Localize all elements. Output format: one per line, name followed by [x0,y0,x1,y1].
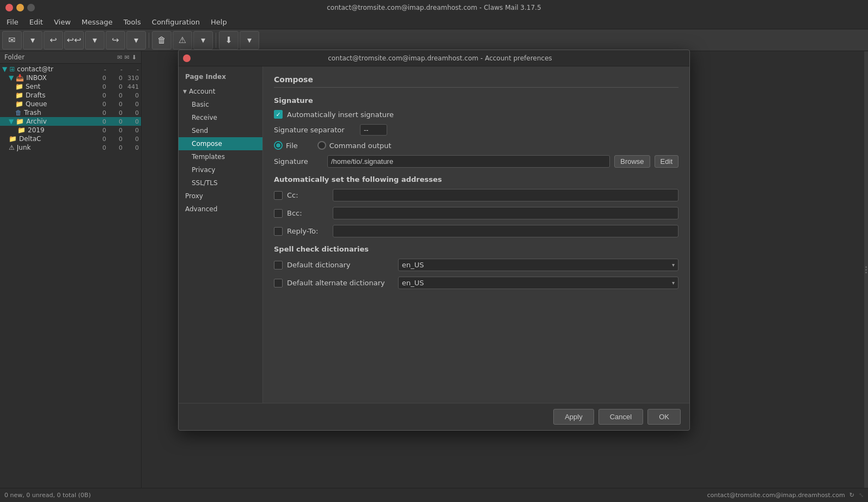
bcc-checkbox[interactable]: Bcc: [274,209,328,218]
file-radio[interactable]: File [274,141,298,150]
folder-row[interactable]: 🗑 Trash 0 0 0 [0,108,141,117]
new-mail-btn[interactable]: ✉ [2,31,22,50]
ok-button[interactable]: OK [647,409,681,425]
default-dict-checkbox-box[interactable] [274,261,283,270]
nav-item-basic[interactable]: Basic [179,98,262,111]
folder-count: 0 [90,109,106,117]
nav-item-receive[interactable]: Receive [179,111,262,124]
folder-icon: 📁 [15,91,23,99]
folder-icon-2[interactable]: ✉ [125,54,130,61]
nav-label-compose: Compose [192,140,222,148]
get-mail-btn[interactable]: ⬇ [219,31,239,50]
folder-icon: 📁 [9,135,17,143]
browse-button[interactable]: Browse [614,155,650,168]
alternate-dict-checkbox-box[interactable] [274,279,283,287]
alternate-dict-dropdown[interactable]: en_US ▾ [398,277,678,289]
separator-input[interactable] [360,124,387,136]
folder-row[interactable]: 📁 2019 0 0 0 [0,126,141,134]
separator-label: Signature separator [274,126,356,134]
replyto-checkbox-box[interactable] [274,227,283,236]
nav-item-templates[interactable]: Templates [179,150,262,163]
folder-row[interactable]: 📁 Drafts 0 0 0 [0,91,141,100]
forward-dropdown[interactable]: ▾ [126,31,146,50]
folder-icon-3[interactable]: ⬇ [132,54,137,61]
bcc-input[interactable] [333,207,678,219]
bcc-checkbox-box[interactable] [274,209,283,218]
cc-checkbox[interactable]: Cc: [274,191,328,200]
resize-handle[interactable] [864,51,868,488]
file-radio-btn[interactable] [274,141,283,150]
menu-message[interactable]: Message [77,17,117,27]
folder-row[interactable]: ▼ 📁 Archiv 0 0 0 [0,117,141,126]
reply-all-btn[interactable]: ↩↩ [64,31,84,50]
maximize-btn[interactable] [27,4,35,11]
nav-item-ssltls[interactable]: SSL/TLS [179,176,262,189]
nav-item-compose[interactable]: Compose [179,137,262,150]
folder-count-total: - [123,66,139,73]
cc-input[interactable] [333,189,678,201]
folder-expand-icon: ▼ [2,65,7,73]
replyto-label: Reply-To: [287,227,318,235]
modal-title: contact@tromsite.com@imap.dreamhost.com … [195,54,685,62]
replyto-checkbox[interactable]: Reply-To: [274,227,328,236]
apply-button[interactable]: Apply [553,409,594,425]
junk-btn[interactable]: ⚠ [173,31,192,50]
folder-icon: 📁 [15,100,23,108]
nav-item-advanced[interactable]: Advanced [179,203,262,216]
replyto-input[interactable] [333,225,678,237]
modal-close-button[interactable] [183,54,191,62]
close-btn[interactable] [5,4,13,11]
auto-insert-checkbox-box[interactable] [274,110,283,119]
minimize-btn[interactable] [16,4,24,11]
window-controls[interactable] [5,4,35,11]
default-dict-checkbox[interactable]: Default dictionary [274,261,394,270]
command-radio-btn[interactable] [317,141,326,150]
folder-tree: ▼ ⊞ contact@tr - - - ▼ 📥 INBOX 0 0 310 📁… [0,64,141,488]
forward-btn[interactable]: ↪ [106,31,125,50]
folder-icon: 📁 [17,126,26,134]
folder-count: 0 [90,136,106,143]
alternate-dict-checkbox[interactable]: Default alternate dictionary [274,279,394,287]
menu-view[interactable]: View [50,17,75,27]
reply-dropdown[interactable]: ▾ [85,31,105,50]
edit-button[interactable]: Edit [655,155,678,168]
folder-name: INBOX [26,74,90,82]
menu-tools[interactable]: Tools [119,17,145,27]
folder-icon-1[interactable]: ✉ [117,54,122,61]
cancel-button[interactable]: Cancel [598,409,643,425]
folder-count: 0 [106,144,123,151]
get-mail-dropdown[interactable]: ▾ [240,31,259,50]
signature-path-input[interactable] [327,155,610,168]
folder-count: 0 [123,118,139,125]
menu-file[interactable]: File [2,17,23,27]
trash-btn[interactable]: 🗑 [152,31,172,50]
default-dict-row: Default dictionary en_US ▾ [274,259,678,271]
folder-header-label: Folder [4,53,25,61]
menu-edit[interactable]: Edit [25,17,47,27]
nav-item-privacy[interactable]: Privacy [179,163,262,176]
file-radio-label: File [286,142,298,150]
nav-item-send[interactable]: Send [179,124,262,137]
new-mail-dropdown[interactable]: ▾ [23,31,42,50]
menu-configuration[interactable]: Configuration [148,17,204,27]
nav-item-account[interactable]: ▼ Account [179,85,262,98]
toolbar: ✉ ▾ ↩ ↩↩ ▾ ↪ ▾ 🗑 ⚠ ▾ ⬇ ▾ [0,29,868,51]
cc-checkbox-box[interactable] [274,191,283,200]
folder-row[interactable]: ⚠ Junk 0 0 0 [0,143,141,152]
folder-count: 0 [90,118,106,125]
folder-row[interactable]: ▼ 📥 INBOX 0 0 310 [0,74,141,82]
menu-help[interactable]: Help [206,17,231,27]
nav-label-ssltls: SSL/TLS [192,179,218,187]
folder-icon: 🗑 [15,109,22,117]
folder-row[interactable]: 📁 DeltaC 0 0 0 [0,134,141,143]
auto-insert-checkbox[interactable]: Automatically insert signature [274,110,394,119]
reply-btn[interactable]: ↩ [44,31,63,50]
default-dict-dropdown[interactable]: en_US ▾ [398,259,678,271]
signature-path-row: Signature Browse Edit [274,155,678,168]
folder-row[interactable]: 📁 Sent 0 0 441 [0,82,141,91]
command-radio[interactable]: Command output [317,141,392,150]
junk-dropdown[interactable]: ▾ [193,31,213,50]
folder-row[interactable]: ▼ ⊞ contact@tr - - - [0,65,141,74]
nav-item-proxy[interactable]: Proxy [179,189,262,203]
folder-row[interactable]: 📁 Queue 0 0 0 [0,100,141,108]
